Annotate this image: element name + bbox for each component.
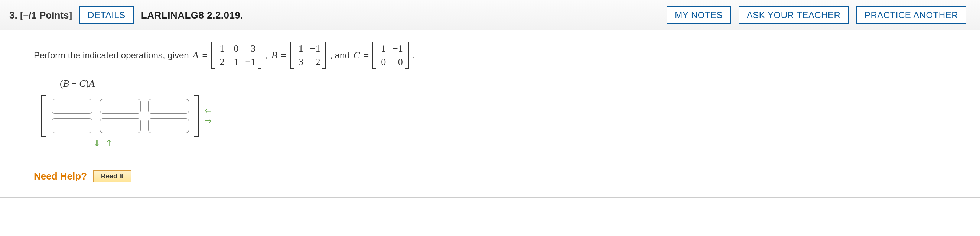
answer-matrix [41,95,199,137]
question-header: 3. [–/1 Points] DETAILS LARLINALG8 2.2.0… [0,0,980,30]
expression: (B + C)A [60,78,946,89]
answer-cell-1-2[interactable] [148,118,189,133]
var-C: C [352,50,361,61]
help-label: Need Help? [34,171,87,182]
prompt: Perform the indicated operations, given … [34,41,946,69]
answer-cell-1-1[interactable] [100,118,141,133]
column-controls: ⇐ ⇒ [205,107,211,125]
answer-cell-0-2[interactable] [148,99,189,114]
matrix-B: 1−1 32 [290,41,326,69]
details-button[interactable]: DETAILS [80,6,134,24]
ask-teacher-button[interactable]: ASK YOUR TEACHER [739,6,849,24]
remove-row-icon[interactable]: ⇑ [105,139,113,148]
read-it-button[interactable]: Read It [93,170,132,182]
var-B: B [270,50,279,61]
question-number: 3. [–/1 Points] [9,10,72,21]
matrix-C: 1−1 00 [372,41,409,69]
practice-another-button[interactable]: PRACTICE ANOTHER [856,6,966,24]
matrix-A: 103 21−1 [211,41,261,69]
row-controls: ⇓ ⇑ [93,139,946,148]
answer-cell-0-0[interactable] [52,99,92,114]
my-notes-button[interactable]: MY NOTES [667,6,731,24]
question-container: 3. [–/1 Points] DETAILS LARLINALG8 2.2.0… [0,0,980,198]
answer-cell-1-0[interactable] [52,118,92,133]
add-row-icon[interactable]: ⇓ [93,139,101,148]
answer-matrix-block: ⇐ ⇒ [41,95,946,137]
add-column-icon[interactable]: ⇒ [205,117,211,125]
header-actions: MY NOTES ASK YOUR TEACHER PRACTICE ANOTH… [667,6,971,24]
var-A: A [191,50,200,61]
question-source: LARLINALG8 2.2.019. [141,10,243,21]
answer-cell-0-1[interactable] [100,99,141,114]
help-section: Need Help? Read It [34,170,946,182]
question-body: Perform the indicated operations, given … [0,30,980,197]
prompt-lead: Perform the indicated operations, given [34,50,189,61]
remove-column-icon[interactable]: ⇐ [205,107,211,115]
